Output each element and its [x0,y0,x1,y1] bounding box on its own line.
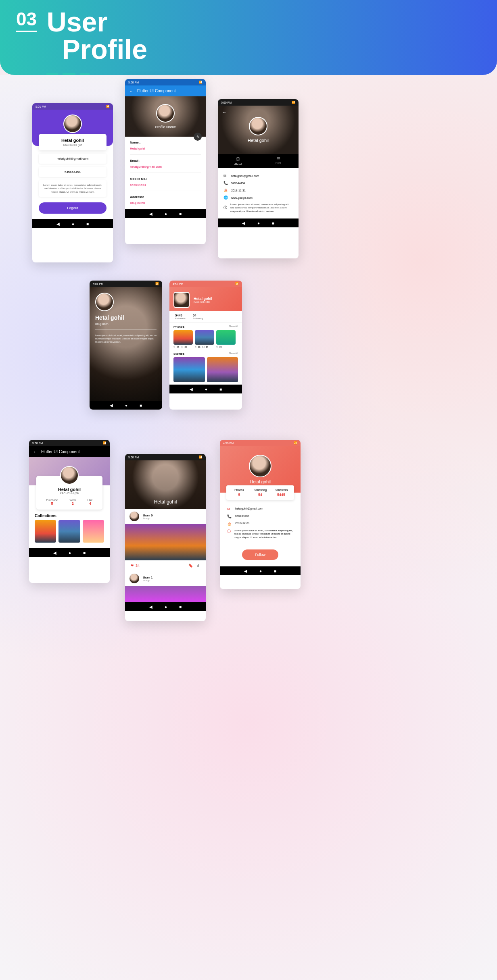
comment-icon[interactable]: 💬 [181,346,183,348]
home-icon[interactable]: ● [257,221,260,225]
profile-screen-tabs: 5:00 PM📶 ← Hetal gohil ⓘAbout ☰Post ✉het… [218,99,299,258]
story-thumb[interactable] [207,357,238,382]
status-bar: 5:00 PM📶 [125,79,206,85]
location-text: Bhuj kutch [95,323,157,325]
photo-overlay: Hetal gohil Bhuj kutch Lorem ipsum dolor… [90,287,162,401]
back-icon[interactable]: ◀ [56,222,60,226]
stat-following[interactable]: 54Following [193,314,203,320]
avatar[interactable] [95,293,114,311]
collection-thumb[interactable] [83,520,104,543]
bookmark-icon[interactable]: 🔖 [188,564,193,568]
profile-header: Hetal gohil [125,460,206,509]
stat-followers[interactable]: Followers5445 [271,489,292,497]
home-icon[interactable]: ● [69,551,71,555]
recent-icon[interactable]: ■ [272,221,274,225]
info-panel: ✉hetalgohil@gmail.com 📞545644454 🎂2018-1… [220,500,301,546]
photo-thumb[interactable] [173,330,193,345]
stat-photos[interactable]: Photos5 [229,489,250,497]
back-icon[interactable]: ◀ [190,387,193,391]
post-image[interactable] [125,586,206,602]
avatar[interactable] [249,117,267,135]
edit-button[interactable]: ✎ [194,133,202,141]
tab-post[interactable]: ☰Post [258,154,299,168]
status-bar: 5:00 PM📶 [125,454,206,460]
back-icon[interactable]: ◀ [149,605,152,609]
collection-thumb[interactable] [35,520,56,543]
back-icon[interactable]: ◀ [242,221,245,225]
post-avatar[interactable] [129,573,140,584]
avatar[interactable] [156,104,175,123]
tab-about[interactable]: ⓘAbout [218,154,258,168]
stat-purchase[interactable]: Purchase5 [46,499,58,506]
recent-icon[interactable]: ■ [179,605,182,609]
stat-wish[interactable]: Wish2 [70,499,76,506]
avatar[interactable] [173,292,190,308]
android-nav: ◀●■ [125,209,206,218]
form-field[interactable]: Name.:Hetal gohil [130,137,201,155]
photo-thumb[interactable] [216,330,236,345]
collection-thumb[interactable] [58,520,80,543]
showcase-canvas: 5:01 PM📶 Hetal gohil KACHCHH (Bh hetalgo… [0,75,497,980]
photo-thumbs [169,330,242,345]
recent-icon[interactable]: ■ [83,551,86,555]
photo-thumb[interactable] [195,330,214,345]
home-icon[interactable]: ● [165,212,167,216]
story-thumb[interactable] [173,357,205,382]
bio-row: ⓘLorem ipsum dolor sit amet, consectetur… [223,201,293,214]
status-bar: 5:01 PM📶 [32,103,113,110]
recent-icon[interactable]: ■ [274,569,276,573]
back-icon[interactable]: ◀ [53,551,56,555]
heart-icon[interactable]: ♡ [173,346,175,348]
collection-thumbs [29,520,110,543]
stat-following[interactable]: Following54 [250,489,271,497]
like-button[interactable]: ❤ 34 [131,564,140,568]
phone-row: 📞545644454 [227,513,293,520]
recent-icon[interactable]: ■ [219,387,222,391]
android-nav: ◀●■ [220,566,301,575]
form-field[interactable]: Email:hetalgohil@gmail.com [130,155,201,173]
post-image[interactable] [125,524,206,560]
profile-card: Hetal gohil KACHCHH (Bh Purchase5 Wish2 … [36,476,102,510]
back-icon[interactable]: ← [129,89,133,93]
profile-header: ← Hetal gohil [218,106,299,154]
heart-icon[interactable]: ♡ [195,346,196,348]
post-avatar[interactable] [129,511,140,522]
story-thumbs [169,357,242,382]
share-icon[interactable]: ⋔ [197,564,200,568]
comment-icon[interactable]: 💬 [202,346,205,348]
about-panel: ✉hetalgohil@gmail.com 📞545644454 🎂2018-1… [218,168,299,218]
form-field[interactable]: Address:Bhuj kutch [130,191,201,209]
home-icon[interactable]: ● [205,387,207,391]
avatar[interactable] [60,466,79,485]
page-title: User Profile [47,8,147,63]
user-subtitle: KACHCHH (Bh [40,492,98,495]
stat-like[interactable]: Like4 [88,499,93,506]
back-icon[interactable]: ◀ [149,212,152,216]
profile-screen-follow: 4:59 PM📶 Hetal gohil Photos5 Following54… [220,440,301,589]
home-icon[interactable]: ● [259,569,262,573]
recent-icon[interactable]: ■ [86,222,89,226]
user-name: Hetal gohil [95,314,157,321]
show-all-link[interactable]: Show All [229,352,238,356]
email-text: hetalgohil@gmail.com [39,154,106,164]
heart-icon[interactable]: ♡ [216,346,218,348]
home-icon[interactable]: ● [72,222,74,226]
back-icon[interactable]: ◀ [110,403,113,408]
recent-icon[interactable]: ■ [179,212,182,216]
back-icon[interactable]: ← [222,110,227,115]
back-icon[interactable]: ← [33,449,37,454]
profile-form: Name.:Hetal gohil Email:hetalgohil@gmail… [125,137,206,209]
stat-followers[interactable]: 5445Followers [175,314,186,320]
logout-button[interactable]: Logout [39,202,106,214]
appbar: ← Flutter UI Component [125,85,206,96]
home-icon[interactable]: ● [165,605,167,609]
back-icon[interactable]: ◀ [244,569,247,573]
form-field[interactable]: Mobile No.:545644454 [130,173,201,191]
avatar[interactable] [63,114,82,133]
recent-icon[interactable]: ■ [140,403,142,408]
follow-button[interactable]: Follow [242,549,278,560]
home-icon[interactable]: ● [125,403,127,408]
profile-screen-feed: 5:00 PM📶 Hetal gohil User 03h ago ❤ 34 🔖… [125,454,206,621]
avatar[interactable] [249,455,271,477]
show-all-link[interactable]: Show All [229,325,238,329]
